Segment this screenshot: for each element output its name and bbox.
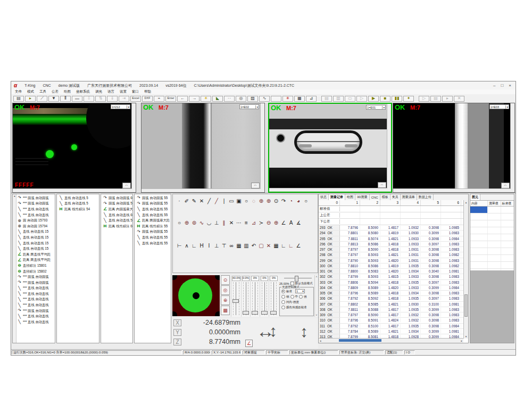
list-item[interactable]: H距离 线性标注 66 <box>102 224 132 229</box>
table-tab-3[interactable]: 绘图 <box>345 194 355 200</box>
circle-tool[interactable]: ○ <box>243 198 250 204</box>
chart-button[interactable]: ⊿ <box>306 96 317 102</box>
slider-thumb[interactable] <box>232 299 239 303</box>
list-item[interactable]: ↷*** 圆弧 自动圆弧 <box>16 195 55 201</box>
table-row[interactable]: 298OK7.87978.50931.48211.09310.30981.098… <box>319 252 463 258</box>
menu-item-9[interactable]: 设置 <box>120 89 127 94</box>
list-item[interactable]: ╲*** 直线 自动直线 <box>16 212 55 218</box>
camera-4-resize-icon[interactable]: ⇔ <box>501 183 510 188</box>
list-item[interactable]: ⊕圆 自动圆 15794 <box>16 224 55 229</box>
table-vscroll-thumb[interactable] <box>464 294 468 317</box>
dist-base-tool[interactable]: ⊤ <box>220 243 228 249</box>
scroll-left-icon[interactable]: ◂ <box>320 339 321 343</box>
light-slider-4[interactable]: 0% <box>260 275 269 317</box>
table-row[interactable]: 304OK7.88098.50891.48201.09330.30991.098… <box>319 285 463 291</box>
play-button[interactable]: ▶ <box>368 96 379 102</box>
text-tool[interactable]: A <box>287 220 295 226</box>
list-item[interactable]: ╲*** 直线 自动直线 <box>16 207 55 212</box>
light-slider-5[interactable]: 0% <box>269 275 278 317</box>
table-row[interactable]: 296OK7.88138.50861.48181.09330.30971.098… <box>319 242 463 247</box>
menu-item-10[interactable]: 窗口 <box>132 89 139 94</box>
list-item[interactable]: ⊖直径标注 15802 <box>16 269 55 275</box>
perpendicular-tool[interactable]: ⊥ <box>213 220 220 226</box>
table-row[interactable]: 293OK7.87968.50901.48171.09320.30981.098… <box>319 225 463 230</box>
list-item[interactable]: ╲直线 自动直线 15 <box>16 235 55 241</box>
list-item[interactable]: ╲直线 自动直线 15 <box>16 246 55 252</box>
detail-row[interactable] <box>470 213 514 220</box>
mode-mid-radio[interactable] <box>290 295 294 299</box>
camera-4-source-select[interactable]: 1=E03▾ <box>489 104 509 109</box>
point-tool[interactable]: · <box>176 198 183 204</box>
menu-item-1[interactable]: 文件 <box>15 89 22 94</box>
parallel-tool[interactable]: ∥ <box>220 220 228 226</box>
table-tab-7[interactable]: 夹具 <box>390 194 401 200</box>
intersection-tool[interactable]: ✕ <box>198 198 205 204</box>
menu-item-2[interactable]: 模式 <box>27 89 34 94</box>
dist-i-tool[interactable]: I <box>205 243 213 249</box>
list-item[interactable]: ╲直线 自动直线 55 <box>136 241 171 246</box>
table-row[interactable]: 308OK7.88118.50881.48171.09350.30991.098… <box>319 307 463 312</box>
camera-1-resize-icon[interactable]: ⇔ <box>122 183 131 188</box>
light-options-scrollbar[interactable]: ˄ ˅ <box>314 275 318 317</box>
hatch-button[interactable]: ▨ <box>247 96 258 102</box>
list-item[interactable]: ╲*** 直线 自动直线 <box>16 291 55 297</box>
camera-3-vscrollbar[interactable] <box>387 104 391 192</box>
coord-3-tool[interactable]: ∠ <box>295 243 302 249</box>
dist-t-tool[interactable]: ⊥ <box>213 243 220 249</box>
close-button[interactable]: × <box>509 83 511 88</box>
next-button[interactable]: → <box>189 96 200 102</box>
menu-item-11[interactable]: 帮助 <box>144 89 151 94</box>
run-button[interactable]: ✦ <box>403 96 414 102</box>
angle-open-tool[interactable]: ⊿ <box>250 220 257 226</box>
table-tab-8[interactable]: 测量清单 <box>401 194 417 200</box>
divider-tool[interactable]: | <box>220 198 228 204</box>
table-row[interactable]: 306OK7.87928.50921.48181.09350.30971.098… <box>319 296 463 301</box>
slider-thumb[interactable] <box>243 311 249 315</box>
slider-thumb[interactable] <box>270 311 277 315</box>
table-row[interactable]: 312OK7.87848.50891.48211.09340.30991.098… <box>319 329 463 334</box>
undo-tool[interactable]: ↶ <box>250 243 257 249</box>
list-item[interactable]: ∠距离 两圆弧最大距 <box>136 218 171 224</box>
table-row[interactable]: 299OK7.87908.50931.48201.09310.30981.098… <box>319 258 463 263</box>
dist-h-tool[interactable]: ⊢ <box>176 243 183 249</box>
save-button[interactable]: ▤ <box>13 96 24 102</box>
circle-dot-tool[interactable]: ⊙ <box>272 198 280 204</box>
list-item[interactable]: ⊖直径标注 15801 <box>16 263 55 269</box>
camera-view-4[interactable]: OK M:7 1=E03▾ ⇔ <box>393 103 515 193</box>
table-row[interactable]: 303OK7.88068.50941.48181.09350.30971.098… <box>319 280 463 285</box>
detail-row[interactable] <box>470 255 514 262</box>
camera-4-hscrollbar[interactable] <box>393 188 511 192</box>
image-button[interactable]: ◣ <box>212 96 223 102</box>
list-item[interactable]: ╲*** 直线 自动直线 <box>16 314 55 319</box>
list-item[interactable]: ╲直线 自动直线 5 <box>58 195 99 201</box>
qr-code-button[interactable]: ▦ <box>294 96 305 102</box>
dist-corner-tool[interactable]: ∟ <box>190 243 198 249</box>
menu-item-8[interactable]: 语言 <box>107 89 114 94</box>
jog-vertical-icon[interactable]: ↕ <box>269 319 277 343</box>
default-mode-checkbox[interactable] <box>290 282 294 285</box>
light-bulb-button[interactable]: ☀ <box>201 96 211 102</box>
list-item[interactable]: ╲直线 自动直线 55 <box>136 207 171 212</box>
table-row[interactable]: 295OK7.88118.50741.48211.09330.30981.098… <box>319 236 463 242</box>
table-row[interactable]: 307OK7.88028.50851.48211.09300.31001.098… <box>319 302 463 307</box>
table-row[interactable]: 309OK7.87978.50901.48171.09320.30981.098… <box>319 312 463 318</box>
list-item[interactable]: ↷*** 圆弧 自动圆弧 <box>16 280 55 286</box>
table-tab-6[interactable]: 模板 <box>380 194 390 200</box>
list-item[interactable]: ↷圆弧 自动圆弧 55 <box>136 195 171 201</box>
spline-tool[interactable]: ∿ <box>198 220 205 226</box>
angle-tool[interactable]: ∠ <box>280 220 287 226</box>
detail-row[interactable] <box>470 262 514 269</box>
dist-width-tool[interactable]: H <box>198 243 205 249</box>
detail-row[interactable] <box>470 248 514 255</box>
list-item[interactable]: ╲直线 自动直线 55 <box>102 218 132 224</box>
list1-scrollbar[interactable]: ◂ <box>13 194 16 343</box>
camera-2-resize-icon[interactable]: ⇔ <box>251 183 260 188</box>
mode-sensor-radio[interactable] <box>281 306 285 309</box>
light-slider-3[interactable]: 0% <box>250 275 260 317</box>
minimize-button[interactable]: – <box>493 83 495 88</box>
mode-direction-radio[interactable] <box>281 300 285 304</box>
list-item[interactable]: ╲直线 自动直线 66 <box>102 212 132 218</box>
camera-3-source-select[interactable]: 1=E01▾ <box>366 105 386 110</box>
stop-button[interactable]: ■ <box>380 96 390 102</box>
coord-2-tool[interactable]: ∟ <box>287 243 295 249</box>
